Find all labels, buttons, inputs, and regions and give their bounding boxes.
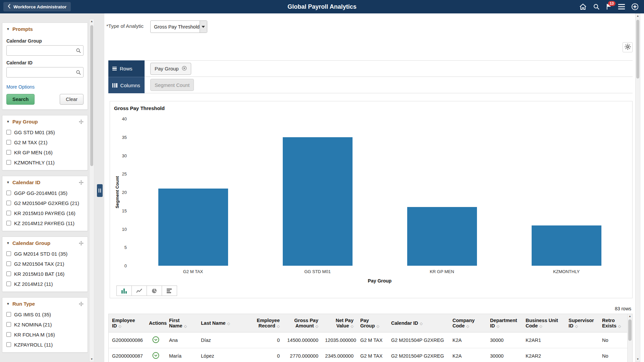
pie-chart-button[interactable] bbox=[147, 286, 162, 296]
facet-option[interactable]: GG IMIS 01 (35) bbox=[2, 309, 88, 319]
scrollbar-thumb[interactable] bbox=[90, 25, 93, 166]
chart-bar[interactable] bbox=[283, 137, 353, 266]
facet-checkbox[interactable] bbox=[6, 140, 11, 145]
facet-checkbox[interactable] bbox=[6, 271, 11, 276]
column-header[interactable]: Employee Record◇ bbox=[251, 314, 283, 332]
facet-checkbox[interactable] bbox=[6, 261, 11, 266]
line-chart-button[interactable] bbox=[131, 286, 147, 296]
column-header[interactable]: Retro Exists◇ bbox=[599, 314, 627, 332]
type-of-analytic-select[interactable]: Gross Pay Threshold bbox=[150, 20, 207, 33]
chart-bar[interactable] bbox=[158, 189, 228, 266]
search-icon[interactable] bbox=[593, 3, 600, 10]
facet-option[interactable]: KR GP MEN (16) bbox=[2, 147, 88, 157]
move-facet-icon[interactable] bbox=[79, 302, 84, 306]
sort-icon[interactable]: ◇ bbox=[466, 324, 469, 328]
remove-pill-icon[interactable] bbox=[182, 66, 187, 72]
facet-checkbox[interactable] bbox=[6, 312, 11, 317]
sort-icon[interactable]: ◇ bbox=[618, 324, 621, 328]
facet-checkbox[interactable] bbox=[6, 211, 11, 215]
scrollbar-thumb[interactable] bbox=[636, 20, 639, 79]
facet-checkbox[interactable] bbox=[6, 130, 11, 135]
sort-icon[interactable]: ◇ bbox=[227, 321, 230, 325]
column-header[interactable]: Actions bbox=[146, 314, 166, 332]
column-header[interactable]: Department ID◇ bbox=[487, 314, 522, 332]
chart-bar[interactable] bbox=[407, 207, 477, 266]
facet-checkbox[interactable] bbox=[6, 201, 11, 205]
home-icon[interactable] bbox=[579, 3, 587, 10]
facet-checkbox[interactable] bbox=[6, 251, 11, 256]
column-header[interactable]: Calendar ID◇ bbox=[388, 314, 449, 332]
column-header[interactable]: Supervisor ID◇ bbox=[565, 314, 599, 332]
facet-option[interactable]: G2 M201504P G2XREG (21) bbox=[2, 198, 88, 208]
facet-checkbox[interactable] bbox=[6, 281, 11, 286]
column-header[interactable]: Employee ID◇ bbox=[109, 314, 146, 332]
sort-icon[interactable]: ◇ bbox=[497, 324, 499, 328]
scroll-up-icon[interactable]: ▲ bbox=[628, 314, 632, 319]
column-header[interactable]: Gross Pay Amount◇ bbox=[283, 314, 322, 332]
row-actions-icon[interactable] bbox=[152, 336, 159, 343]
calendar-id-input[interactable] bbox=[6, 67, 84, 77]
sort-icon[interactable]: ◇ bbox=[377, 324, 379, 328]
navbar-compass-icon[interactable] bbox=[631, 3, 639, 10]
scroll-down-icon[interactable]: ▼ bbox=[90, 357, 94, 362]
facet-option[interactable]: KZ 2014M12 PAYREG (11) bbox=[2, 218, 88, 228]
sort-icon[interactable]: ◇ bbox=[316, 324, 318, 328]
lookup-magnifier-icon[interactable] bbox=[76, 70, 81, 76]
column-header[interactable]: Company Code◇ bbox=[449, 314, 487, 332]
chart-bar[interactable] bbox=[532, 225, 601, 266]
more-options-link[interactable]: More Options bbox=[6, 84, 35, 90]
pay-group-pill[interactable]: Pay Group bbox=[150, 63, 191, 75]
sort-icon[interactable]: ◇ bbox=[420, 321, 423, 325]
sort-icon[interactable]: ◇ bbox=[277, 324, 280, 328]
facet-option[interactable]: KZMONTHLY (11) bbox=[2, 157, 88, 167]
facet-option[interactable]: K2 NOMINA (21) bbox=[2, 319, 88, 329]
facet-checkbox[interactable] bbox=[6, 221, 11, 225]
sidebar-scrollbar[interactable]: ▲ ▼ bbox=[89, 19, 94, 362]
facet-checkbox[interactable] bbox=[6, 150, 11, 155]
collapse-triangle-icon[interactable]: ▼ bbox=[6, 241, 10, 245]
clear-button[interactable]: Clear bbox=[60, 94, 84, 105]
facet-checkbox[interactable] bbox=[6, 191, 11, 195]
column-header[interactable]: Net Pay Value◇ bbox=[322, 314, 357, 332]
page-scrollbar[interactable]: ▲ ▼ bbox=[635, 13, 640, 362]
select-dropdown-button[interactable] bbox=[200, 21, 207, 33]
column-header[interactable]: First Name◇ bbox=[166, 314, 198, 332]
facet-option[interactable]: KR 2015M10 PAYREG (16) bbox=[2, 208, 88, 218]
facet-checkbox[interactable] bbox=[6, 160, 11, 165]
facet-option[interactable]: KR 2015M10 BAT (16) bbox=[2, 269, 88, 279]
facet-option[interactable]: KR FOLHA M (16) bbox=[2, 329, 88, 340]
column-header[interactable]: Pay Group◇ bbox=[357, 314, 388, 332]
tab-columns[interactable]: Columns bbox=[108, 77, 145, 93]
tab-rows[interactable]: Rows bbox=[108, 60, 145, 77]
column-header[interactable]: Last Name◇ bbox=[198, 314, 251, 332]
facet-checkbox[interactable] bbox=[6, 342, 11, 347]
sort-icon[interactable]: ◇ bbox=[539, 324, 542, 328]
facet-option[interactable]: KZPAYROLL (11) bbox=[2, 340, 88, 350]
facet-option[interactable]: G2 M TAX (21) bbox=[2, 137, 88, 147]
notification-flag-icon[interactable]: 13 bbox=[606, 3, 612, 10]
sort-icon[interactable]: ◇ bbox=[351, 324, 354, 328]
scroll-up-icon[interactable]: ▲ bbox=[636, 14, 640, 18]
collapse-triangle-icon[interactable]: ▼ bbox=[6, 120, 10, 123]
collapse-triangle-icon[interactable]: ▼ bbox=[6, 180, 10, 184]
chart-settings-button[interactable] bbox=[623, 42, 633, 52]
menu-hamburger-icon[interactable] bbox=[618, 4, 625, 9]
calendar-group-input[interactable] bbox=[6, 45, 84, 56]
bar-chart-button[interactable] bbox=[116, 286, 132, 296]
column-header[interactable]: Business Unit Code◇ bbox=[522, 314, 565, 332]
row-actions-icon[interactable] bbox=[152, 352, 159, 359]
lookup-magnifier-icon[interactable] bbox=[76, 48, 81, 54]
grid-scrollbar[interactable]: ▲ bbox=[627, 314, 632, 362]
scroll-down-icon[interactable]: ▼ bbox=[636, 357, 640, 362]
sort-icon[interactable]: ◇ bbox=[119, 324, 121, 328]
scrollbar-thumb[interactable] bbox=[628, 319, 632, 341]
sidebar-collapse-handle[interactable] bbox=[97, 184, 103, 197]
facet-option[interactable]: GGP GG-2014M01 (35) bbox=[2, 188, 88, 198]
sort-icon[interactable]: ◇ bbox=[184, 324, 187, 328]
sort-icon[interactable]: ◇ bbox=[575, 324, 578, 328]
horizontal-bar-chart-button[interactable] bbox=[162, 286, 177, 296]
collapse-triangle-icon[interactable]: ▼ bbox=[6, 27, 10, 31]
collapse-triangle-icon[interactable]: ▼ bbox=[6, 302, 10, 306]
scroll-up-icon[interactable]: ▲ bbox=[90, 19, 94, 24]
facet-checkbox[interactable] bbox=[6, 322, 11, 327]
